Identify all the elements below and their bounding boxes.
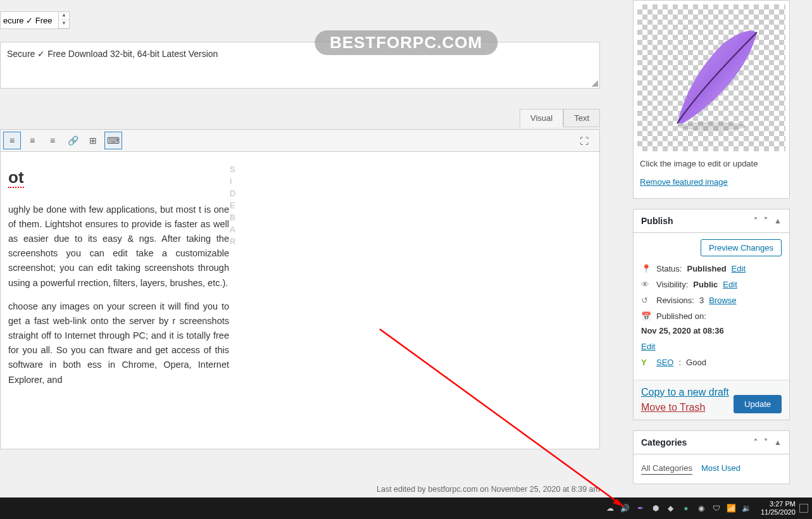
editor-toolbar: ≡ ≡ ≡ 🔗 ⊞ ⌨ ⛶ (0, 129, 600, 152)
app-icon-2[interactable]: ● (681, 503, 691, 513)
categories-header: Categories ˄ ˅ ▲ (634, 431, 789, 454)
description-textarea[interactable]: Secure ✓ Free Download 32-bit, 64-bit La… (0, 42, 600, 89)
title-field-text: ecure ✓ Free (3, 16, 52, 25)
update-button[interactable]: Update (734, 395, 782, 413)
align-left-icon[interactable]: ≡ (23, 132, 41, 149)
editor-content[interactable]: ot ughly be done with few applications, … (0, 152, 600, 449)
description-text: Secure ✓ Free Download 32-bit, 64-bit La… (7, 49, 218, 59)
windows-taskbar: ☁ 🔊 ✒ ⬢ ◆ ● ◉ 🛡 📶 🔉 3:27 PM 11/25/2020 (0, 497, 812, 519)
keyboard-icon[interactable]: ⌨ (104, 132, 122, 149)
browse-revisions-link[interactable]: Browse (709, 296, 736, 305)
sidebar-letters: S I D E B A R (230, 165, 235, 246)
collapse-icon[interactable]: ▲ (774, 438, 782, 447)
seo-icon: Y (641, 358, 651, 367)
shield-icon[interactable]: 🛡 (711, 503, 721, 513)
fullscreen-icon[interactable]: ⛶ (575, 132, 593, 150)
tray-clock[interactable]: 3:27 PM 11/25/2020 (757, 500, 799, 516)
history-icon: ↺ (641, 296, 651, 305)
chevron-down-icon[interactable]: ˅ (764, 438, 768, 447)
editor-column: ecure ✓ Free ▲▼ Secure ✓ Free Download 3… (0, 0, 600, 519)
chevron-up-icon[interactable]: ˄ (754, 216, 758, 225)
cloud-icon[interactable]: ☁ (605, 503, 615, 513)
lightshot-tray-icon[interactable]: ✒ (635, 503, 646, 513)
tab-all-categories[interactable]: All Categories (641, 463, 692, 475)
publish-header: Publish ˄ ˅ ▲ (634, 209, 789, 233)
volume-icon[interactable]: 🔉 (742, 503, 752, 513)
edit-visibility-link[interactable]: Edit (723, 280, 737, 289)
edit-status-link[interactable]: Edit (732, 264, 746, 273)
title-field[interactable]: ecure ✓ Free ▲▼ (0, 11, 70, 29)
align-center-icon[interactable]: ≡ (44, 132, 61, 149)
chevron-down-icon[interactable]: ˅ (764, 216, 768, 225)
tab-visual[interactable]: Visual (520, 109, 563, 127)
edit-date-link[interactable]: Edit (641, 342, 655, 351)
chrome-icon[interactable]: ◉ (696, 503, 706, 513)
align-justify-icon[interactable]: ≡ (3, 132, 21, 149)
categories-panel: Categories ˄ ˅ ▲ All Categories Most Use… (633, 430, 790, 484)
last-edited-text: Last edited by bestforpc.com on November… (377, 485, 600, 494)
notifications-icon[interactable] (799, 504, 808, 513)
content-body: ot ughly be done with few applications, … (8, 165, 229, 436)
title-scroll[interactable]: ▲▼ (58, 12, 69, 28)
link-icon[interactable]: 🔗 (64, 132, 82, 149)
tab-most-used[interactable]: Most Used (701, 463, 740, 475)
preview-changes-button[interactable]: Preview Changes (701, 239, 782, 256)
svg-point-0 (677, 122, 746, 130)
featured-caption: Click the image to edit or update (637, 151, 785, 176)
dropbox-icon[interactable]: ⬢ (651, 503, 661, 513)
editor-tabs: Visual Text (520, 109, 600, 127)
publish-panel: Publish ˄ ˅ ▲ Preview Changes 📍 Status: … (633, 209, 790, 420)
tab-text[interactable]: Text (563, 109, 600, 127)
remove-featured-link[interactable]: Remove featured image (637, 177, 730, 194)
watermark: BESTFORPC.COM (315, 30, 497, 55)
content-para-1: ughly be done with few applications, but… (8, 203, 229, 291)
copy-draft-link[interactable]: Copy to a new draft (641, 387, 729, 398)
content-heading: ot (8, 165, 229, 191)
eye-icon: 👁 (641, 280, 651, 289)
app-icon[interactable]: ◆ (666, 503, 676, 513)
sidebar-column: Click the image to edit or update Remove… (633, 0, 812, 519)
seo-link[interactable]: SEO (656, 358, 673, 367)
system-tray: ☁ 🔊 ✒ ⬢ ◆ ● ◉ 🛡 📶 🔉 (605, 503, 757, 513)
collapse-icon[interactable]: ▲ (774, 216, 782, 225)
chevron-up-icon[interactable]: ˄ (754, 438, 758, 447)
indent-icon[interactable]: ⊞ (84, 132, 102, 149)
content-para-2: choose any images on your screen it will… (8, 299, 229, 387)
move-trash-link[interactable]: Move to Trash (641, 402, 705, 413)
sound-icon[interactable]: 🔊 (620, 503, 630, 513)
featured-image-panel: Click the image to edit or update Remove… (633, 0, 790, 199)
featured-image[interactable] (637, 4, 785, 151)
pin-icon: 📍 (641, 264, 651, 273)
feather-icon (654, 21, 768, 135)
wifi-icon[interactable]: 📶 (727, 503, 737, 513)
calendar-icon: 📅 (641, 311, 651, 321)
